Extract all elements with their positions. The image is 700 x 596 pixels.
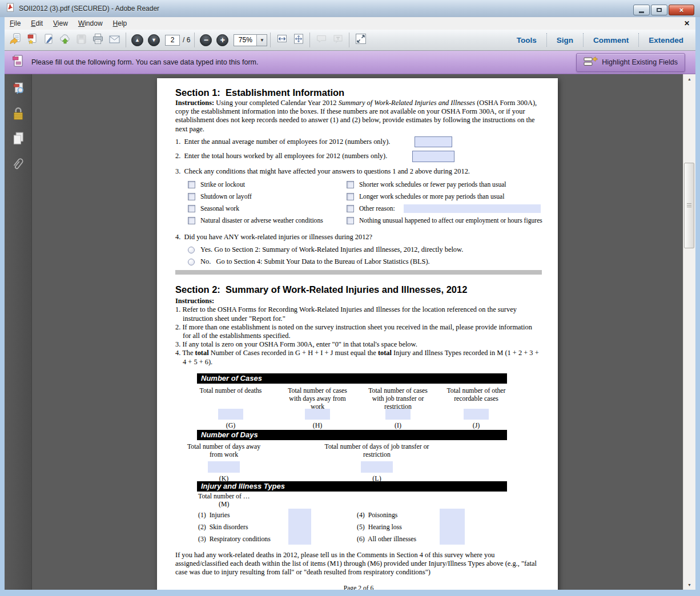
days-transfer-field-L[interactable] <box>361 461 393 473</box>
menu-file[interactable]: File <box>5 18 26 29</box>
comment-panel-button[interactable]: Comment <box>583 33 638 47</box>
tools-panel-button[interactable]: Tools <box>507 33 546 47</box>
title-bar: SOII2012 (3).pdf (SECURED) - Adobe Reade… <box>0 0 700 17</box>
email-button[interactable] <box>106 32 123 48</box>
skin-disorders-field-M2[interactable] <box>288 521 311 533</box>
seasonal-work-checkbox[interactable] <box>188 205 195 212</box>
other-illnesses-field-M6[interactable] <box>440 533 465 545</box>
highlight-fields-label: Highlight Existing Fields <box>602 58 678 66</box>
question4-options: Yes. Go to Section 2: Summary of Work-Re… <box>188 245 541 266</box>
instructions-text: Using your completed Calendar Year 2012 <box>214 99 338 107</box>
menu-window[interactable]: Window <box>73 18 108 29</box>
open-button[interactable] <box>7 32 23 48</box>
next-page-button[interactable]: ▼ <box>146 32 162 48</box>
days-away-field-K[interactable] <box>208 461 240 473</box>
code-H: (H) <box>305 421 330 430</box>
question2-label: 2. Enter the total hours worked by all e… <box>175 152 387 160</box>
yes-radio[interactable] <box>188 247 195 253</box>
nothing-unusual-checkbox[interactable] <box>347 217 354 224</box>
sign-panel-button[interactable]: Sign <box>546 33 583 47</box>
highlight-fields-icon <box>584 56 598 69</box>
shutdown-checkbox[interactable] <box>188 193 195 200</box>
employees-field[interactable] <box>415 136 452 147</box>
page-footer: Page 2 of 6 <box>175 584 542 590</box>
condition-label: Seasonal work <box>200 205 239 212</box>
create-pdf-button[interactable] <box>23 32 40 48</box>
zoom-out-button[interactable]: − <box>198 32 214 48</box>
respiratory-field-M3[interactable] <box>288 533 311 545</box>
transfer-cases-field-I[interactable] <box>385 409 411 420</box>
option-row: No. Go to Section 4: Submit Your Data to… <box>188 257 541 266</box>
print-button[interactable] <box>90 32 106 48</box>
other-reason-checkbox[interactable] <box>347 205 354 212</box>
question2-row: 2. Enter the total hours worked by all e… <box>175 151 541 162</box>
type4-label: (4) Poisonings <box>357 511 397 519</box>
shorter-schedules-checkbox[interactable] <box>347 181 354 188</box>
section2-instruction-4: 4. The total Number of Cases recorded in… <box>175 349 541 366</box>
previous-page-button[interactable]: ▲ <box>129 32 146 48</box>
zoom-in-icon: + <box>216 34 228 46</box>
cloud-upload-icon <box>59 33 71 47</box>
days-col-label: Total number of days away from work <box>181 442 267 458</box>
code-G: (G) <box>218 421 243 430</box>
scroll-down-icon[interactable]: ▼ <box>683 580 695 590</box>
fit-width-button[interactable] <box>273 32 290 48</box>
condition-row: Natural disaster or adverse weather cond… <box>188 216 347 225</box>
toolbar-panels: Tools Sign Comment Extended <box>507 33 693 47</box>
chevron-down-icon[interactable]: ▼ <box>256 35 267 46</box>
cloud-upload-button[interactable] <box>57 32 73 48</box>
question4-label: 4. Did you have ANY work-related injurie… <box>175 233 541 241</box>
days-away-cases-field-H[interactable] <box>305 409 330 420</box>
close-button[interactable]: × <box>669 5 694 15</box>
highlight-existing-fields-button[interactable]: Highlight Existing Fields <box>576 53 685 72</box>
question3-label: 3. Check any conditions that might have … <box>175 167 541 176</box>
restore-button[interactable] <box>651 5 667 15</box>
security-settings-button[interactable] <box>10 107 26 123</box>
scrollbar-thumb[interactable] <box>684 163 694 248</box>
comment-bubble-icon <box>316 34 327 46</box>
form-message-text: Please fill out the following form. You … <box>31 58 258 66</box>
hours-worked-field[interactable] <box>412 151 454 162</box>
menu-edit[interactable]: Edit <box>26 18 48 29</box>
injuries-field-M1[interactable] <box>288 509 311 521</box>
extended-panel-button[interactable]: Extended <box>638 33 693 47</box>
condition-row: Shorter work schedules or fewer pay peri… <box>347 180 542 189</box>
menubar-close-icon[interactable]: ✕ <box>684 19 690 27</box>
scroll-up-icon[interactable]: ▲ <box>683 74 695 84</box>
strike-checkbox[interactable] <box>188 181 195 188</box>
save-button[interactable] <box>73 32 90 48</box>
page-number-input[interactable] <box>165 35 180 46</box>
pages-button[interactable] <box>10 132 26 148</box>
condition-row: Longer work schedules or more pay period… <box>347 192 542 201</box>
code-J: (J) <box>464 421 489 430</box>
menu-view[interactable]: View <box>48 18 73 29</box>
zoom-in-button[interactable]: + <box>214 32 231 48</box>
natural-disaster-checkbox[interactable] <box>188 217 195 224</box>
condition-label: Strike or lockout <box>200 181 245 188</box>
poisonings-field-M4[interactable] <box>440 509 465 521</box>
conditions-grid: Strike or lockout Shorter work schedules… <box>188 180 541 225</box>
fit-page-button[interactable] <box>290 32 307 48</box>
no-radio[interactable] <box>188 259 195 265</box>
zoom-level-combo[interactable]: 75% ▼ <box>234 34 267 46</box>
fullscreen-button[interactable] <box>352 32 369 48</box>
menu-help[interactable]: Help <box>108 18 132 29</box>
deaths-field-G[interactable] <box>218 409 243 420</box>
vertical-scrollbar[interactable]: ▲ ▼ <box>683 74 695 590</box>
summary-table: Number of Cases Total number of deaths T… <box>197 373 507 546</box>
comment-bubble-button[interactable] <box>313 32 329 48</box>
zoom-level-value: 75% <box>234 35 256 46</box>
document-area[interactable]: Section 1: Establishment Information Ins… <box>32 74 683 590</box>
other-cases-field-J[interactable] <box>464 409 489 420</box>
sign-document-button[interactable] <box>40 32 57 48</box>
instruction-bold: total <box>195 349 209 357</box>
page-thumbnails-button[interactable] <box>10 82 26 98</box>
minimize-button[interactable] <box>633 5 650 15</box>
attachments-button[interactable] <box>10 157 26 173</box>
other-reason-field[interactable] <box>404 204 541 213</box>
hearing-loss-field-M5[interactable] <box>440 521 465 533</box>
text-annotation-button[interactable] <box>329 32 346 48</box>
longer-schedules-checkbox[interactable] <box>347 193 354 200</box>
type3-label: (3) Respiratory conditions <box>198 535 271 543</box>
types-body: Total number of … (M) (1) Injuries (4) P… <box>197 492 507 546</box>
